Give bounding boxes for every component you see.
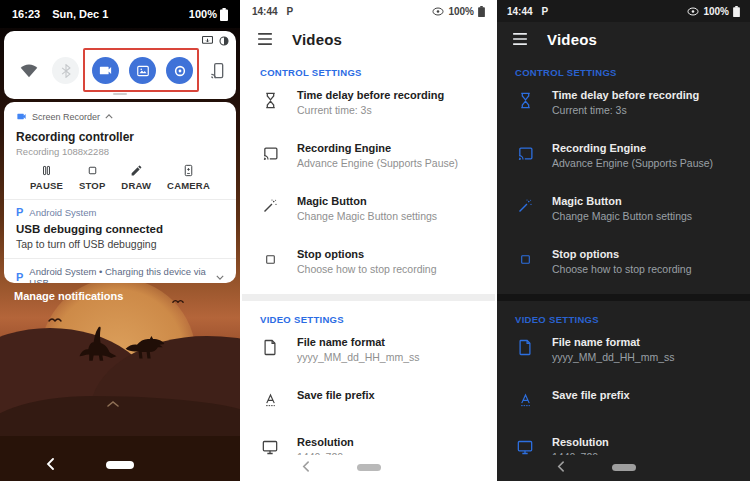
setting-row-save-file-prefix[interactable]: Save file prefix (242, 382, 495, 416)
action-label: STOP (79, 180, 106, 191)
bluetooth-icon (60, 64, 72, 78)
setting-title: Time delay before recording (552, 89, 699, 101)
back-button[interactable] (46, 458, 54, 470)
setting-subtitle: yyyy_MM_dd_HH_mm_ss (297, 351, 420, 363)
setting-row-time-delay[interactable]: Time delay before recording Current time… (497, 82, 750, 122)
phone-cast-tile[interactable] (204, 57, 231, 84)
app-status-icon: P (542, 6, 549, 17)
section-header: CONTROL SETTINGS (242, 56, 495, 82)
wifi-tile[interactable] (15, 57, 42, 84)
home-pill[interactable] (612, 464, 636, 471)
hamburger-menu-icon[interactable] (512, 33, 528, 45)
home-pill[interactable] (357, 464, 381, 471)
magic-wand-icon (515, 196, 535, 216)
back-button[interactable] (302, 461, 309, 472)
action-label: PAUSE (30, 180, 63, 191)
navigation-bar (242, 455, 495, 481)
setting-title: Resolution (297, 436, 354, 448)
charging-notification-text: Android System • Charging this device vi… (29, 266, 210, 283)
status-bar: 14:44 P 100% (242, 0, 495, 22)
setting-row-magic-button[interactable]: Magic Button Change Magic Button setting… (242, 188, 495, 228)
setting-row-save-file-prefix[interactable]: Save file prefix (497, 382, 750, 416)
usb-notification-body[interactable]: Tap to turn off USB debugging (16, 238, 224, 250)
chevron-up-icon (106, 400, 120, 408)
setting-row-recording-engine[interactable]: Recording Engine Advance Engine (Support… (242, 135, 495, 175)
charging-notification[interactable]: P Android System • Charging this device … (16, 266, 224, 283)
status-bar: 14:44 P 100% (497, 0, 750, 22)
videocam-icon (16, 111, 27, 122)
setting-title: Stop options (552, 248, 692, 260)
status-time: 14:44 (252, 6, 278, 17)
bird-icon (48, 316, 62, 323)
setting-subtitle: Current time: 3s (552, 104, 699, 116)
font-icon (260, 390, 280, 410)
section-header: VIDEO SETTINGS (242, 303, 495, 329)
notification-app-name: Screen Recorder (32, 112, 100, 122)
pause-icon (40, 164, 53, 177)
chevron-up-icon[interactable] (105, 114, 113, 119)
section-divider (497, 294, 750, 301)
setting-row-file-name-format[interactable]: File name format yyyy_MM_dd_HH_mm_ss (242, 329, 495, 369)
camera-button[interactable]: CAMERA (167, 164, 210, 191)
page-title: Videos (547, 31, 597, 48)
draw-button[interactable]: DRAW (121, 164, 151, 191)
android-system-icon: P (16, 207, 23, 218)
cast-icon (515, 143, 535, 163)
setting-subtitle: Choose how to stop recording (297, 263, 437, 275)
battery-icon (220, 8, 228, 21)
back-button[interactable] (557, 461, 564, 472)
setting-title: Stop options (297, 248, 437, 260)
settings-screen-dark: 14:44 P 100% Videos CONTROL SETTINGS Tim… (497, 0, 750, 481)
setting-title: Magic Button (297, 195, 437, 207)
section-divider (242, 294, 495, 301)
setting-row-stop-options[interactable]: Stop options Choose how to stop recordin… (497, 241, 750, 281)
page-title: Videos (292, 31, 342, 48)
hamburger-menu-icon[interactable] (257, 33, 273, 45)
action-label: DRAW (121, 180, 151, 191)
notification-title: Recording controller (16, 130, 224, 144)
trex-silhouette (124, 334, 166, 362)
setting-row-stop-options[interactable]: Stop options Choose how to stop recordin… (242, 241, 495, 281)
recorder-notification[interactable]: Screen Recorder Recording controller Rec… (4, 102, 236, 283)
monitor-icon (260, 437, 280, 457)
section-header: VIDEO SETTINGS (497, 303, 750, 329)
status-bar: 16:23 Sun, Dec 1 100% (0, 0, 240, 28)
sauropod-silhouette (76, 324, 120, 364)
setting-row-recording-engine[interactable]: Recording Engine Advance Engine (Support… (497, 135, 750, 175)
divider (4, 199, 236, 200)
navigation-bar (0, 455, 240, 475)
usb-notification-title: USB debugging connected (16, 223, 224, 235)
setting-subtitle: Choose how to stop recording (552, 263, 692, 275)
cast-icon (260, 143, 280, 163)
pencil-icon (130, 164, 143, 177)
setting-title: File name format (297, 336, 420, 348)
chevron-down-icon[interactable] (216, 275, 224, 280)
status-date: Sun, Dec 1 (52, 8, 108, 20)
eye-icon (687, 7, 699, 16)
setting-row-time-delay[interactable]: Time delay before recording Current time… (242, 82, 495, 122)
dimmed-tile[interactable] (52, 57, 79, 84)
brightness-icon (219, 36, 229, 46)
battery-percent: 100% (189, 8, 217, 20)
notification-shade-screen: 16:23 Sun, Dec 1 100% (0, 0, 240, 481)
stop-icon (86, 164, 99, 177)
navigation-bar (497, 455, 750, 481)
setting-subtitle: Advance Engine (Supports Pause) (297, 157, 458, 169)
setting-row-file-name-format[interactable]: File name format yyyy_MM_dd_HH_mm_ss (497, 329, 750, 369)
setting-subtitle: Change Magic Button settings (552, 210, 692, 222)
magic-wand-icon (260, 196, 280, 216)
manage-notifications-button[interactable]: Manage notifications (14, 290, 123, 302)
monitor-icon (515, 437, 535, 457)
hourglass-icon (515, 90, 535, 110)
pause-button[interactable]: PAUSE (30, 164, 63, 191)
drag-handle[interactable] (113, 93, 127, 95)
wifi-icon (20, 63, 38, 78)
quick-settings-panel (4, 31, 236, 99)
stop-button[interactable]: STOP (79, 164, 106, 191)
home-pill[interactable] (106, 461, 134, 469)
file-icon (515, 337, 535, 357)
setting-row-magic-button[interactable]: Magic Button Change Magic Button setting… (497, 188, 750, 228)
setting-subtitle: Change Magic Button settings (297, 210, 437, 222)
setting-subtitle: yyyy_MM_dd_HH_mm_ss (552, 351, 675, 363)
stop-square-icon (515, 249, 535, 269)
